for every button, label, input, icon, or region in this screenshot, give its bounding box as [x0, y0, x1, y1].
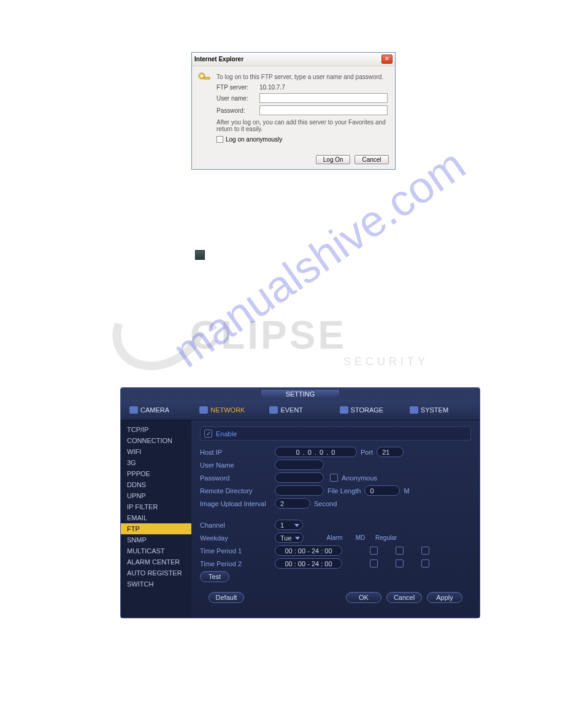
ftp-server-value: 10.10.7.7 [259, 84, 285, 91]
ie-titlebar[interactable]: Internet Explorer ✕ [192, 53, 395, 66]
nav-system-label: SYSTEM [421, 406, 448, 414]
key-icon [197, 71, 212, 86]
ie-hint-text: After you log on, you can add this serve… [216, 119, 388, 132]
username-label: User Name [200, 461, 275, 469]
ie-title: Internet Explorer [194, 56, 243, 63]
ie-logon-button[interactable]: Log On [316, 155, 350, 164]
dvr-title-tab: SETTING [121, 388, 480, 400]
sidebar-item-wifi[interactable]: WIFI [121, 446, 191, 457]
ftp-server-label: FTP server: [216, 84, 259, 91]
sidebar-item-ipfilter[interactable]: IP FILTER [121, 501, 191, 512]
filelength-unit: M [404, 487, 409, 495]
port-label: Port [361, 449, 373, 456]
sidebar-item-alarmcenter[interactable]: ALARM CENTER [121, 556, 191, 567]
sidebar-item-switch[interactable]: SWITCH [121, 578, 191, 590]
tp2-md-checkbox[interactable] [396, 559, 404, 567]
sidebar-item-email[interactable]: EMAIL [121, 512, 191, 523]
col-md: MD [348, 534, 373, 541]
ie-instruction-text: To log on to this FTP server, type a use… [216, 74, 388, 80]
remotedir-input[interactable] [275, 485, 324, 496]
nav-network-label: NETWORK [210, 406, 245, 414]
sidebar-item-tcpip[interactable]: TCP/IP [121, 424, 191, 435]
hostip-input[interactable]: 0 . 0 . 0 . 0 [275, 447, 357, 457]
sidebar-item-pppoe[interactable]: PPPOE [121, 468, 191, 479]
nav-camera[interactable]: CAMERA [127, 405, 193, 415]
ie-ftp-login-dialog: Internet Explorer ✕ To log on to this FT… [191, 52, 396, 170]
password-label: Password [200, 474, 275, 482]
nav-event-label: EVENT [280, 406, 303, 414]
default-button[interactable]: Default [209, 592, 244, 603]
dvr-top-nav: CAMERA NETWORK EVENT STORAGE SYSTEM [121, 400, 480, 420]
enable-label: Enable [216, 430, 237, 438]
apply-button[interactable]: Apply [427, 592, 462, 603]
watermark-logo: CLIPSE SECURITY [110, 288, 491, 380]
nav-camera-label: CAMERA [140, 406, 169, 414]
tp1-md-checkbox[interactable] [396, 547, 404, 555]
unknown-small-icon [195, 250, 205, 260]
sidebar-item-3g[interactable]: 3G [121, 457, 191, 468]
tp2-input[interactable]: 00 : 00 - 24 : 00 [275, 558, 342, 569]
enable-checkbox[interactable] [204, 430, 212, 438]
tp2-alarm-checkbox[interactable] [370, 559, 378, 567]
tp1-input[interactable]: 00 : 00 - 24 : 00 [275, 545, 342, 556]
weekday-select[interactable]: Tue [275, 533, 304, 543]
tp2-label: Time Period 2 [200, 560, 275, 567]
col-alarm: Alarm [322, 534, 348, 541]
sidebar-item-ddns[interactable]: DDNS [121, 479, 191, 490]
tp1-alarm-checkbox[interactable] [370, 547, 378, 555]
sidebar-item-ftp[interactable]: FTP [121, 523, 191, 534]
sidebar-item-multicast[interactable]: MULTICAST [121, 545, 191, 556]
camera-icon [129, 406, 138, 414]
tp1-regular-checkbox[interactable] [421, 547, 429, 555]
sidebar-item-autoregister[interactable]: AUTO REGISTER [121, 567, 191, 578]
imgupload-input[interactable]: 2 [275, 498, 310, 509]
tp1-label: Time Period 1 [200, 547, 275, 555]
col-regular: Regular [373, 534, 399, 541]
sidebar-item-connection[interactable]: CONNECTION [121, 435, 191, 446]
nav-system[interactable]: SYSTEM [407, 405, 473, 415]
system-icon [410, 406, 418, 414]
nav-storage[interactable]: STORAGE [337, 405, 404, 415]
hostip-label: Host IP [200, 449, 275, 456]
watermark-url: manualshive.com [164, 139, 474, 377]
weekday-label: Weekday [200, 534, 275, 542]
anonymous-checkbox[interactable] [330, 474, 338, 482]
watermark-brand: CLIPSE [190, 313, 347, 358]
filelength-label: File Length [327, 487, 361, 495]
ie-password-input[interactable] [259, 105, 388, 115]
dvr-main-pane: Enable Host IP 0 . 0 . 0 . 0 Port 21 Use… [191, 420, 480, 618]
close-icon[interactable]: ✕ [381, 55, 393, 64]
storage-icon [340, 406, 348, 414]
nav-event[interactable]: EVENT [267, 405, 333, 415]
channel-select[interactable]: 1 [275, 520, 303, 530]
ie-anonymous-checkbox[interactable] [216, 136, 223, 143]
svg-point-2 [201, 75, 203, 77]
dvr-setting-panel: SETTING CAMERA NETWORK EVENT STORAGE SYS… [120, 387, 480, 618]
remotedir-label: Remote Directory [200, 487, 275, 495]
svg-rect-1 [204, 77, 210, 79]
watermark-sub: SECURITY [343, 355, 429, 368]
imgupload-unit: Second [314, 500, 337, 507]
port-input[interactable]: 21 [377, 447, 404, 457]
ie-password-label: Password: [216, 107, 259, 114]
dvr-title-text: SETTING [261, 390, 340, 398]
sidebar-item-snmp[interactable]: SNMP [121, 534, 191, 545]
cancel-button[interactable]: Cancel [386, 592, 422, 603]
ie-username-label: User name: [216, 95, 259, 102]
tp2-regular-checkbox[interactable] [421, 559, 429, 567]
ie-username-input[interactable] [259, 93, 388, 103]
imgupload-label: Image Upload Interval [200, 500, 275, 507]
ok-button[interactable]: OK [346, 592, 381, 603]
filelength-input[interactable]: 0 [364, 485, 400, 496]
username-input[interactable] [275, 460, 324, 470]
anonymous-label: Anonymous [342, 474, 377, 482]
password-input[interactable] [275, 472, 324, 483]
ie-cancel-button[interactable]: Cancel [354, 155, 389, 164]
nav-network[interactable]: NETWORK [197, 405, 263, 415]
enable-row: Enable [200, 427, 471, 441]
sidebar-item-upnp[interactable]: UPNP [121, 490, 191, 501]
event-icon [269, 406, 278, 414]
test-button[interactable]: Test [200, 571, 229, 582]
nav-storage-label: STORAGE [351, 406, 384, 414]
channel-label: Channel [200, 521, 275, 529]
